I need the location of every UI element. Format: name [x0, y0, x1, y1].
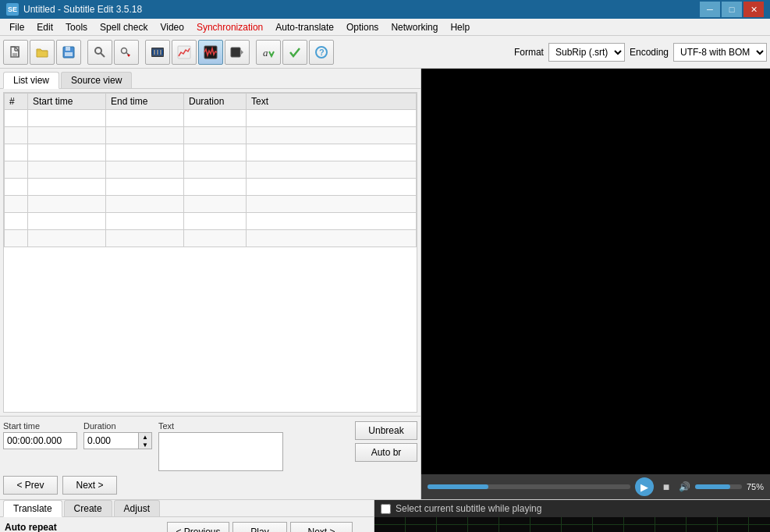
previous-button[interactable]: < Previous — [167, 522, 229, 532]
toolbar: a ? Format SubRip (.srt) Encoding UTF-8 … — [0, 36, 770, 69]
table-row[interactable] — [5, 230, 417, 247]
title-bar-left: SE Untitled - Subtitle Edit 3.5.18 — [6, 3, 142, 16]
duration-field: Duration ▲ ▼ — [83, 421, 152, 449]
col-end-time: End time — [106, 94, 184, 110]
video-button[interactable] — [225, 40, 250, 65]
video-cut-button[interactable] — [145, 40, 170, 65]
check-button[interactable] — [282, 40, 307, 65]
unbreak-button[interactable]: Unbreak — [355, 421, 417, 440]
col-start-time: Start time — [28, 94, 106, 110]
title-bar-title: Untitled - Subtitle Edit 3.5.18 — [23, 4, 142, 15]
subtitle-text-input[interactable] — [158, 432, 283, 471]
col-number: # — [5, 94, 28, 110]
menu-synchronization[interactable]: Synchronization — [190, 19, 269, 35]
save-button[interactable] — [56, 40, 81, 65]
col-text: Text — [247, 94, 417, 110]
subtitle-table: # Start time End time Duration Text — [4, 93, 417, 247]
translate-left: Auto repeat Auto repeat on Repeat count … — [5, 522, 161, 532]
waveform-grid — [374, 517, 770, 532]
menu-spell-check[interactable]: Spell check — [94, 19, 154, 35]
svg-rect-8 — [65, 52, 73, 56]
menu-help[interactable]: Help — [444, 19, 476, 35]
subtitle-while-playing-checkbox[interactable] — [381, 504, 391, 514]
format-select[interactable]: SubRip (.srt) — [548, 43, 625, 62]
subtitle-list: # Start time End time Duration Text — [3, 92, 417, 413]
tab-create[interactable]: Create — [64, 500, 112, 516]
format-label: Format — [514, 47, 544, 58]
title-bar-controls: ─ □ ✕ — [700, 2, 764, 17]
table-row[interactable] — [5, 179, 417, 196]
svg-rect-19 — [160, 50, 161, 55]
duration-up[interactable]: ▲ — [139, 433, 151, 441]
start-time-input[interactable] — [3, 432, 77, 449]
video-area — [421, 69, 770, 474]
app-icon: SE — [6, 3, 19, 16]
video-controls: ▶ ■ 🔊 75% — [421, 474, 770, 499]
auto-br-button[interactable]: Auto br — [355, 443, 417, 462]
title-bar: SE Untitled - Subtitle Edit 3.5.18 ─ □ ✕ — [0, 0, 770, 19]
action-buttons: Unbreak Auto br — [355, 421, 417, 462]
tab-source-view[interactable]: Source view — [61, 72, 132, 88]
menu-video[interactable]: Video — [154, 19, 190, 35]
minimize-button[interactable]: ─ — [700, 2, 720, 17]
subtitle-rows — [5, 110, 417, 247]
volume-bar[interactable] — [695, 484, 742, 489]
tab-adjust[interactable]: Adjust — [114, 500, 160, 516]
play-button[interactable]: ▶ — [635, 477, 654, 496]
open-button[interactable] — [30, 40, 55, 65]
text-label: Text — [158, 421, 349, 431]
svg-point-9 — [95, 48, 101, 54]
stop-button[interactable]: ■ — [658, 479, 674, 495]
waveform-label: Select current subtitle while playing — [396, 503, 541, 514]
tab-list-view[interactable]: List view — [3, 72, 59, 89]
waveform-area[interactable]: Click to add waveform — [374, 517, 770, 532]
encoding-label: Encoding — [630, 47, 669, 58]
encoding-select[interactable]: UTF-8 with BOM — [673, 43, 767, 62]
tab-translate[interactable]: Translate — [3, 500, 62, 517]
duration-down[interactable]: ▼ — [139, 441, 151, 449]
video-progress-fill — [428, 484, 488, 489]
text-field: Text — [158, 421, 349, 471]
menu-tools[interactable]: Tools — [59, 19, 94, 35]
left-panel: List view Source view # Start time End t… — [0, 69, 421, 499]
close-button[interactable]: ✕ — [743, 2, 764, 17]
nav-buttons: < Prev Next > — [3, 476, 417, 495]
table-row[interactable] — [5, 213, 417, 230]
menu-file[interactable]: File — [3, 19, 30, 35]
translate-content: Auto repeat Auto repeat on Repeat count … — [0, 517, 374, 532]
maximize-button[interactable]: □ — [722, 2, 742, 17]
new-button[interactable] — [3, 40, 28, 65]
main-area: List view Source view # Start time End t… — [0, 69, 770, 499]
table-row[interactable] — [5, 110, 417, 127]
svg-point-11 — [122, 48, 127, 53]
table-row[interactable] — [5, 161, 417, 179]
table-row[interactable] — [5, 127, 417, 144]
bottom-area: Translate Create Adjust Auto repeat Auto… — [0, 499, 770, 532]
svg-rect-18 — [157, 50, 158, 55]
table-row[interactable] — [5, 144, 417, 161]
next-button[interactable]: Next > — [62, 476, 117, 495]
translate-nav-row: < Previous Play Next > — [167, 522, 369, 532]
play-ctrl-button[interactable]: Play — [232, 522, 287, 532]
menu-bar: File Edit Tools Spell check Video Synchr… — [0, 19, 770, 36]
svg-rect-17 — [154, 50, 155, 55]
menu-auto-translate[interactable]: Auto-translate — [269, 19, 340, 35]
replace-button[interactable] — [114, 40, 139, 65]
menu-options[interactable]: Options — [340, 19, 385, 35]
help-button[interactable]: ? — [309, 40, 334, 65]
stats-button[interactable] — [172, 40, 197, 65]
menu-edit[interactable]: Edit — [30, 19, 59, 35]
translate-tab-bar: Translate Create Adjust — [0, 500, 374, 517]
table-row[interactable] — [5, 196, 417, 213]
menu-networking[interactable]: Networking — [385, 19, 444, 35]
find-button[interactable] — [87, 40, 112, 65]
prev-button[interactable]: < Prev — [3, 476, 58, 495]
spell-check-button[interactable]: a — [256, 40, 281, 65]
svg-marker-23 — [241, 50, 243, 55]
translate-panel: Translate Create Adjust Auto repeat Auto… — [0, 500, 374, 532]
duration-input[interactable] — [83, 432, 138, 449]
waveform-button[interactable] — [198, 40, 223, 65]
next-button[interactable]: Next > — [290, 522, 353, 532]
auto-repeat-title: Auto repeat — [5, 522, 161, 532]
video-progress-bar[interactable] — [428, 484, 630, 489]
